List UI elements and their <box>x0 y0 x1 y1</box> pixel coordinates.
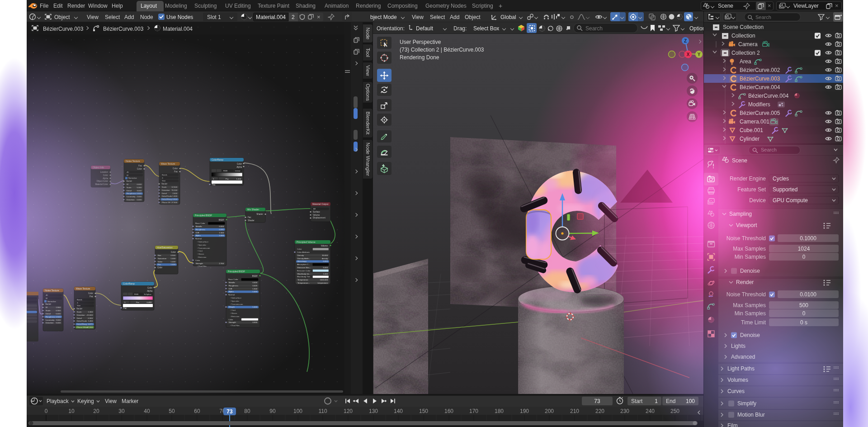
svg-text:Distortion: Distortion <box>127 199 135 201</box>
svg-text:240: 240 <box>646 408 655 414</box>
svg-text:Detail Roug: Detail Roug <box>162 198 172 200</box>
svg-text:Modifiers: Modifiers <box>748 101 770 108</box>
svg-text:Min Samples: Min Samples <box>735 310 766 317</box>
svg-text:temperature: temperature <box>317 282 328 284</box>
svg-text:Emission Color: Emission Color <box>297 270 311 272</box>
svg-text:Noise Texture: Noise Texture <box>126 160 140 162</box>
svg-text:1.000: 1.000 <box>219 234 224 237</box>
svg-text:1024: 1024 <box>798 246 810 252</box>
svg-text:Color: Color <box>147 287 152 289</box>
svg-text:X: X <box>162 177 163 179</box>
svg-text:Bands: Bands <box>162 174 167 176</box>
svg-text:80: 80 <box>244 408 250 414</box>
svg-text:Z: Z <box>684 38 687 43</box>
svg-text:180: 180 <box>495 408 504 414</box>
svg-text:Advanced: Advanced <box>731 354 755 360</box>
svg-text:1.000: 1.000 <box>171 257 176 260</box>
svg-text:ColorRamp: ColorRamp <box>123 282 135 285</box>
svg-text:-11.600: -11.600 <box>86 314 93 316</box>
svg-text:2.700: 2.700 <box>219 262 224 265</box>
svg-text:Device: Device <box>749 197 766 204</box>
svg-text:Principled Volume: Principled Volume <box>297 241 316 243</box>
svg-text:0.005: 0.005 <box>253 285 258 287</box>
svg-text:Scale: Scale <box>162 186 167 188</box>
svg-text:Material Output: Material Output <box>312 203 329 205</box>
svg-text:Search: Search <box>761 147 777 152</box>
svg-text:1.500: 1.500 <box>253 288 258 290</box>
svg-text:Max Samples: Max Samples <box>733 246 766 252</box>
svg-text:210: 210 <box>570 408 579 414</box>
svg-text:Detail: Detail <box>127 190 132 192</box>
svg-text:Alpha: Alpha <box>147 290 152 292</box>
svg-text:All: All <box>313 208 316 210</box>
svg-text:0.000: 0.000 <box>253 321 258 323</box>
svg-text:Color: Color <box>195 259 200 261</box>
svg-text:Roughness: Roughness <box>46 316 55 318</box>
svg-text:0.671: 0.671 <box>88 323 93 325</box>
svg-text:Object Info: Object Info <box>93 166 104 169</box>
svg-text:0.489: 0.489 <box>147 301 152 304</box>
svg-text:Light Paths: Light Paths <box>727 365 755 372</box>
svg-text:› Specular: › Specular <box>197 244 207 246</box>
svg-text:Film: Film <box>727 422 738 427</box>
svg-text:2.000: 2.000 <box>137 195 142 198</box>
svg-text:Roughness: Roughness <box>229 285 238 287</box>
svg-text:150: 150 <box>419 408 428 414</box>
svg-text:Simplify: Simplify <box>737 400 756 407</box>
svg-text:100: 100 <box>293 408 302 414</box>
svg-text:0 s: 0 s <box>800 319 807 326</box>
svg-text:Metallic: Metallic <box>229 281 235 284</box>
svg-text:Sine: Sine <box>77 304 81 307</box>
svg-text:0.300: 0.300 <box>88 317 93 319</box>
svg-text:Time Limit: Time Limit <box>741 319 766 326</box>
svg-text:Fac: Fac <box>90 295 93 298</box>
svg-text:IOR: IOR <box>196 232 199 234</box>
svg-text:IOR: IOR <box>229 288 232 290</box>
svg-text:› Subsurface: › Subsurface <box>197 241 208 243</box>
svg-text:3.000: 3.000 <box>137 190 142 192</box>
svg-text:0.0100: 0.0100 <box>800 291 816 298</box>
svg-text:Value: Value <box>158 261 163 263</box>
svg-text:40: 40 <box>144 408 150 414</box>
svg-text:Denoise: Denoise <box>740 332 760 338</box>
svg-text:BézierCurve.002: BézierCurve.002 <box>740 67 780 73</box>
svg-text:1: 1 <box>655 398 658 404</box>
svg-text:Wave Texture: Wave Texture <box>76 287 90 290</box>
svg-text:Cube.001: Cube.001 <box>740 127 763 133</box>
svg-text:1.300: 1.300 <box>88 311 93 313</box>
svg-text:Render: Render <box>736 279 754 285</box>
svg-text:Scale: Scale <box>127 186 132 189</box>
svg-text:Fac: Fac <box>138 165 142 167</box>
svg-text:BézierCurve.004: BézierCurve.004 <box>740 84 780 90</box>
svg-text:Pos: Pos <box>136 301 139 304</box>
svg-text:12.500: 12.500 <box>171 186 177 188</box>
svg-text:170: 170 <box>469 408 478 414</box>
svg-text:Fac: Fac <box>174 171 178 173</box>
svg-text:Noise Threshold: Noise Threshold <box>726 235 766 242</box>
svg-text:Noise Texture: Noise Texture <box>45 289 59 292</box>
svg-text:Alpha: Alpha <box>196 234 201 237</box>
svg-text:230: 230 <box>620 408 629 414</box>
svg-text:Start: Start <box>631 398 643 404</box>
svg-text:Motion Blur: Motion Blur <box>737 412 765 418</box>
svg-text:110: 110 <box>318 408 327 414</box>
svg-text:67.200: 67.200 <box>87 326 93 328</box>
svg-text:Camera: Camera <box>738 41 758 47</box>
svg-text:Viewport: Viewport <box>736 222 757 228</box>
svg-text:0.000: 0.000 <box>56 313 61 315</box>
svg-text:RGB: RGB <box>223 170 227 172</box>
svg-text:Density Attrib...: Density Attrib... <box>297 257 310 260</box>
svg-text:Metallic: Metallic <box>196 225 202 228</box>
svg-text:Color: Color <box>137 168 142 170</box>
svg-text:30: 30 <box>118 408 125 414</box>
svg-text:Min Samples: Min Samples <box>735 254 766 260</box>
svg-text:Mix Shader: Mix Shader <box>247 208 259 211</box>
svg-text:Distortion: Distortion <box>162 189 170 191</box>
svg-text:Location: Location <box>100 171 108 173</box>
svg-text:Marker: Marker <box>122 398 138 404</box>
svg-text:Denoise: Denoise <box>740 268 760 274</box>
svg-text:Vector: Vector <box>76 308 82 310</box>
svg-text:Noise Threshold: Noise Threshold <box>726 291 766 298</box>
svg-text:Absorption C...: Absorption C... <box>297 263 310 266</box>
svg-text:4D: 4D <box>127 171 129 173</box>
